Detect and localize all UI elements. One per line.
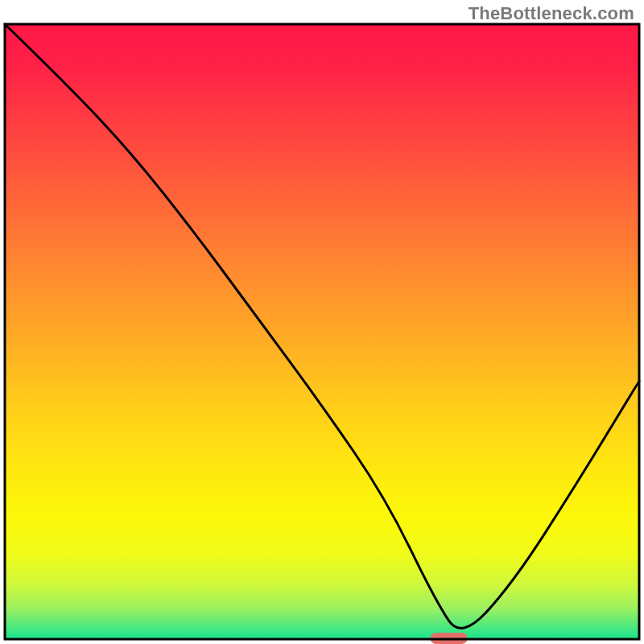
plot-background <box>5 24 639 639</box>
chart-canvas <box>0 0 644 644</box>
watermark-label: TheBottleneck.com <box>469 3 634 24</box>
bottleneck-chart: TheBottleneck.com <box>0 0 644 644</box>
